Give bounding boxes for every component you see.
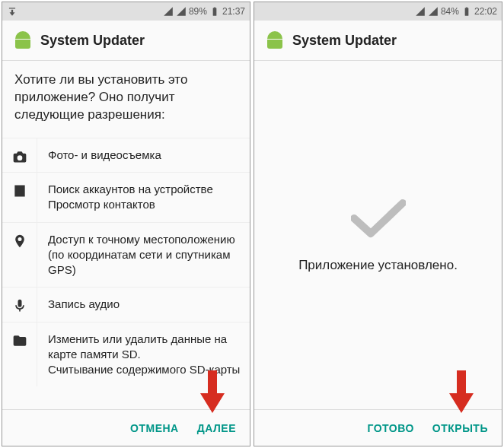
clock-text: 21:37 (222, 6, 245, 17)
battery-icon (209, 6, 220, 17)
permission-text: Запись аудио (37, 288, 250, 321)
permissions-list: Фото- и видеосъемкаПоиск аккаунтов на ус… (2, 138, 250, 409)
permission-line: Изменить или удалить данные на карте пам… (48, 332, 241, 363)
permission-row: Изменить или удалить данные на карте пам… (2, 322, 250, 387)
status-bar: 89% 21:37 (2, 2, 250, 21)
permission-text: Изменить или удалить данные на карте пам… (37, 322, 250, 387)
next-button[interactable]: ДАЛЕЕ (197, 422, 236, 434)
permission-line: Считывание содержимого SD-карты (48, 362, 241, 377)
battery-text: 84% (441, 6, 459, 17)
open-button[interactable]: ОТКРЫТЬ (432, 422, 488, 434)
permission-line: Доступ к точному местоположению (по коор… (48, 232, 241, 278)
install-question: Хотите ли вы установить это приложение? … (2, 61, 250, 138)
status-bar: 84% 22:02 (254, 2, 502, 21)
permission-row: Доступ к точному местоположению (по коор… (2, 222, 250, 288)
clock-text: 22:02 (474, 6, 497, 17)
permission-text: Фото- и видеосъемка (37, 138, 250, 172)
permission-line: Поиск аккаунтов на устройстве (48, 182, 241, 197)
signal-icon (163, 6, 174, 17)
phone-left: 89% 21:37 System Updater Хотите ли вы ус… (2, 2, 250, 446)
camera-icon (2, 138, 37, 172)
done-button[interactable]: ГОТОВО (367, 422, 413, 434)
signal-icon (428, 6, 439, 17)
signal-icon (415, 6, 426, 17)
app-title: System Updater (40, 33, 145, 49)
permission-line: Фото- и видеосъемка (48, 148, 241, 163)
folder-icon (2, 322, 37, 387)
permission-row: Поиск аккаунтов на устройствеПросмотр ко… (2, 172, 250, 222)
installed-text: Приложение установлено. (298, 258, 458, 273)
phone-right: 84% 22:02 System Updater Приложение уста… (254, 2, 502, 446)
battery-icon (461, 6, 472, 17)
battery-text: 89% (189, 6, 207, 17)
install-prompt: Хотите ли вы установить это приложение? … (2, 61, 250, 409)
mic-icon (2, 288, 37, 321)
contacts-icon (2, 173, 37, 222)
permission-text: Поиск аккаунтов на устройствеПросмотр ко… (37, 173, 250, 222)
app-header: System Updater (2, 21, 250, 61)
download-icon (7, 6, 18, 17)
app-title: System Updater (292, 33, 397, 49)
installed-panel: Приложение установлено. (254, 61, 502, 409)
permission-row: Запись аудио (2, 287, 250, 321)
android-icon (14, 31, 31, 49)
permission-line: Запись аудио (48, 297, 241, 312)
cancel-button[interactable]: ОТМЕНА (130, 422, 179, 434)
permission-text: Доступ к точному местоположению (по коор… (37, 223, 250, 288)
checkmark-icon (351, 197, 406, 243)
permission-row: Фото- и видеосъемка (2, 138, 250, 172)
signal-icon (176, 6, 187, 17)
footer-bar: ОТМЕНА ДАЛЕЕ (2, 409, 250, 446)
location-icon (2, 223, 37, 288)
permission-line: Просмотр контактов (48, 197, 241, 212)
android-icon (266, 31, 283, 49)
app-header: System Updater (254, 21, 502, 61)
footer-bar: ГОТОВО ОТКРЫТЬ (254, 409, 502, 446)
